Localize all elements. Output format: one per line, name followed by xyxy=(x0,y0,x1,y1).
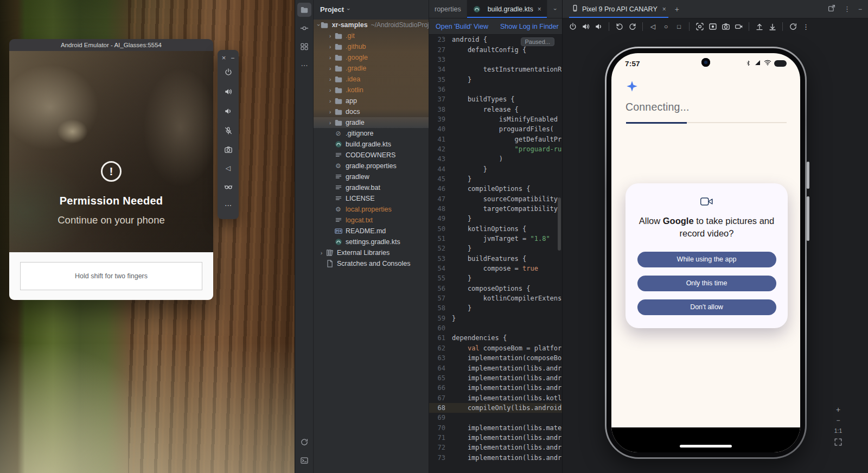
tree-item-gradle-properties[interactable]: ⚙gradle.properties xyxy=(314,161,429,171)
emulator-screen[interactable]: ! Permission Needed Continue on your pho… xyxy=(9,51,213,252)
chevron-right-icon[interactable]: › xyxy=(327,108,334,115)
chevron-right-icon[interactable]: › xyxy=(318,250,325,256)
code-line-50[interactable]: 50 kotlinOptions { xyxy=(429,224,562,234)
tree-item-external-libraries[interactable]: ›External Libraries xyxy=(314,247,429,258)
zoom-in-icon[interactable]: + xyxy=(836,406,840,413)
code-line-40[interactable]: 40 proguardFiles( xyxy=(429,124,562,134)
close-device-tab-icon[interactable]: × xyxy=(662,5,666,13)
code-line-49[interactable]: 49 } xyxy=(429,214,562,223)
tree-item-git[interactable]: ›.git xyxy=(314,30,429,41)
code-line-64[interactable]: 64 implementation(libs.andr xyxy=(429,363,562,373)
tree-item-gradle[interactable]: ›gradle xyxy=(314,117,429,128)
tree-item-logcat-txt[interactable]: logcat.txt xyxy=(314,215,429,226)
tree-item-settings-gradle-kts[interactable]: settings.gradle.kts xyxy=(314,237,429,247)
editor-scrollbar[interactable] xyxy=(558,197,561,251)
tree-item-docs[interactable]: ›docs xyxy=(314,106,429,117)
camera-icon[interactable] xyxy=(721,22,730,31)
screenshot-icon[interactable] xyxy=(695,22,704,31)
notification-link-open-build-view[interactable]: Open 'Build' View xyxy=(436,23,488,30)
power-icon[interactable] xyxy=(568,22,577,31)
tree-item-idea[interactable]: ›.idea xyxy=(314,74,429,85)
zoom-level[interactable]: 1:1 xyxy=(834,427,843,434)
code-line-35[interactable]: 35 } xyxy=(429,74,562,84)
volume-down-icon[interactable] xyxy=(594,22,603,31)
record-screen-icon[interactable] xyxy=(708,22,717,31)
code-line-52[interactable]: 52 } xyxy=(429,244,562,253)
mic-off-icon[interactable] xyxy=(218,121,239,140)
tool-terminal-icon[interactable] xyxy=(297,453,311,468)
tree-item-xr-samples[interactable]: ›xr-samples~/AndroidStudioProj xyxy=(314,20,429,30)
code-line-43[interactable]: 43 ) xyxy=(429,154,562,164)
minimize-icon[interactable]: − xyxy=(231,53,234,62)
rotate-left-icon[interactable] xyxy=(615,22,624,31)
tab-roperties[interactable]: roperties xyxy=(429,0,467,18)
home-indicator[interactable] xyxy=(680,445,732,448)
tool-structure-icon[interactable] xyxy=(297,40,311,54)
code-line-51[interactable]: 51 jvmTarget = "1.8" xyxy=(429,234,562,244)
hidden-tabs-icon[interactable]: › xyxy=(549,0,562,18)
tree-item-gradle[interactable]: ›.gradle xyxy=(314,63,429,74)
perm-button-don-t-allow[interactable]: Don't allow xyxy=(637,299,776,315)
tree-item-google[interactable]: ›.google xyxy=(314,52,429,63)
power-icon[interactable] xyxy=(218,62,239,82)
code-line-47[interactable]: 47 sourceCompatibility xyxy=(429,194,562,204)
code-line-72[interactable]: 72 implementation(libs.andr xyxy=(429,443,562,452)
back-icon[interactable]: ◁ xyxy=(648,22,658,31)
code-line-69[interactable]: 69 xyxy=(429,413,562,423)
volume-up-icon[interactable] xyxy=(218,82,239,101)
tool-sync-icon[interactable] xyxy=(297,435,311,449)
project-panel-header[interactable]: Project › xyxy=(314,0,429,18)
code-line-55[interactable]: 55 } xyxy=(429,273,562,283)
video-icon[interactable] xyxy=(734,22,743,31)
code-line-45[interactable]: 45 } xyxy=(429,174,562,184)
code-line-70[interactable]: 70 implementation(libs.mate xyxy=(429,423,562,432)
code-line-37[interactable]: 37 buildTypes { xyxy=(429,94,562,104)
chevron-right-icon[interactable]: › xyxy=(327,43,334,50)
perm-button-while-using-the-app[interactable]: While using the app xyxy=(637,252,776,267)
rotate-right-icon[interactable] xyxy=(628,22,637,31)
code-line-46[interactable]: 46 compileOptions { xyxy=(429,184,562,194)
tree-item-codeowners[interactable]: CODEOWNERS xyxy=(314,150,429,161)
tool-more-h-icon[interactable]: ⋯ xyxy=(297,58,311,72)
code-line-36[interactable]: 36 xyxy=(429,85,562,94)
tree-item-scratches-and-consoles[interactable]: Scratches and Consoles xyxy=(314,258,429,269)
code-line-67[interactable]: 67 implementation(libs.kotl xyxy=(429,393,562,402)
tree-item-github[interactable]: ›.github xyxy=(314,41,429,52)
perm-button-only-this-time[interactable]: Only this time xyxy=(637,276,776,291)
code-line-66[interactable]: 66 implementation(libs.andr xyxy=(429,383,562,393)
tree-item-license[interactable]: LICENSE xyxy=(314,193,429,204)
tree-item-gradlew-bat[interactable]: gradlew.bat xyxy=(314,182,429,193)
code-line-65[interactable]: 65 implementation(libs.andr xyxy=(429,373,562,383)
tree-item-gradlew[interactable]: gradlew xyxy=(314,171,429,182)
tab-build-gradle-kts[interactable]: build.gradle.kts× xyxy=(467,0,547,18)
code-line-59[interactable]: 59} xyxy=(429,314,562,323)
code-line-71[interactable]: 71 implementation(libs.andr xyxy=(429,433,562,443)
code-line-56[interactable]: 56 composeOptions { xyxy=(429,284,562,293)
tree-item-readme-md[interactable]: README.md xyxy=(314,226,429,237)
device-tab[interactable]: Pixel 9 Pro API CANARY × xyxy=(569,0,668,18)
code-line-61[interactable]: 61dependencies { xyxy=(429,333,562,343)
code-line-34[interactable]: 34 testInstrumentationR xyxy=(429,65,562,74)
zoom-fit-icon[interactable] xyxy=(834,438,843,446)
chevron-right-icon[interactable]: › xyxy=(327,33,334,39)
code-line-62[interactable]: 62 val composeBom = platfor xyxy=(429,343,562,353)
chevron-right-icon[interactable]: › xyxy=(327,119,334,126)
tree-item-app[interactable]: ›app xyxy=(314,95,429,106)
code-line-39[interactable]: 39 isMinifyEnabled xyxy=(429,114,562,124)
code-line-41[interactable]: 41 getDefaultPr xyxy=(429,134,562,144)
chevron-right-icon[interactable]: › xyxy=(327,65,334,72)
chevron-right-icon[interactable]: › xyxy=(327,87,334,93)
volume-up-icon[interactable] xyxy=(581,22,590,31)
snapshot-icon[interactable] xyxy=(788,22,797,31)
notification-link-show-log-in-finder[interactable]: Show Log in Finder xyxy=(500,23,559,30)
more-icon[interactable]: ⋮ xyxy=(801,22,810,31)
volume-down-icon[interactable] xyxy=(218,101,239,121)
code-line-54[interactable]: 54 compose = true xyxy=(429,264,562,273)
hide-panel-icon[interactable]: − xyxy=(858,5,862,13)
code-editor[interactable]: 23android {27 defaultConfig {3334 testIn… xyxy=(429,35,562,473)
more-options-icon[interactable]: ⋮ xyxy=(844,5,851,13)
code-line-53[interactable]: 53 buildFeatures { xyxy=(429,254,562,264)
zoom-out-icon[interactable]: − xyxy=(836,417,840,424)
open-in-window-icon[interactable] xyxy=(827,4,836,14)
code-line-57[interactable]: 57 kotlinCompilerExtens xyxy=(429,293,562,303)
